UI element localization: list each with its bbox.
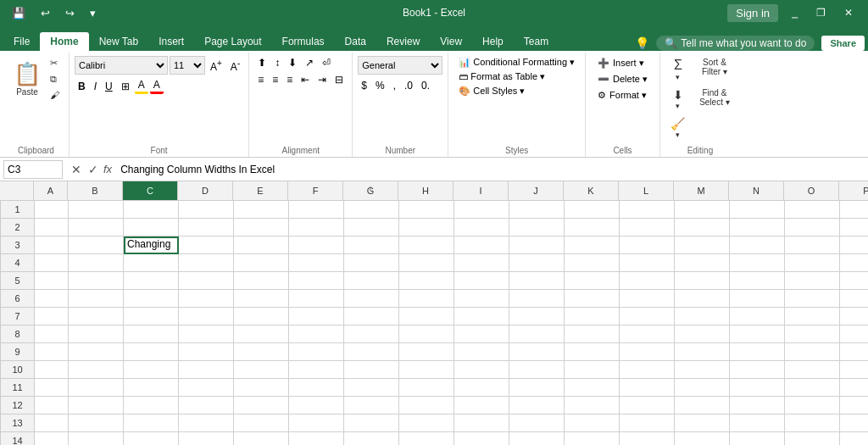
cell-F9[interactable] <box>289 343 344 361</box>
cell-J13[interactable] <box>509 414 565 432</box>
sort-filter-button[interactable]: Sort &Filter ▾ <box>694 56 735 83</box>
cell-E5[interactable] <box>234 272 289 290</box>
cell-D7[interactable] <box>179 308 234 325</box>
col-header-D[interactable]: D <box>178 181 233 200</box>
cell-P6[interactable] <box>840 290 868 308</box>
cell-L2[interactable] <box>620 219 675 236</box>
row-number-8[interactable]: 8 <box>1 325 35 343</box>
cell-F6[interactable] <box>289 290 344 308</box>
cell-N13[interactable] <box>730 414 785 432</box>
cell-J14[interactable] <box>509 432 565 445</box>
save-button[interactable]: 💾 <box>7 5 31 21</box>
cell-L7[interactable] <box>620 308 675 325</box>
cell-N1[interactable] <box>730 201 785 219</box>
cell-L6[interactable] <box>620 290 675 308</box>
cell-H6[interactable] <box>399 290 454 308</box>
cell-J1[interactable] <box>509 201 565 219</box>
confirm-formula-button[interactable]: ✓ <box>86 163 100 176</box>
align-center-button[interactable]: ≡ <box>269 73 281 86</box>
cell-B12[interactable] <box>69 397 124 414</box>
font-color-button[interactable]: A <box>150 78 164 94</box>
cell-E2[interactable] <box>234 219 289 236</box>
maximize-button[interactable]: ❐ <box>808 3 834 22</box>
customize-quick-access[interactable]: ▾ <box>85 5 101 21</box>
cell-C12[interactable] <box>124 397 179 414</box>
cell-reference-box[interactable] <box>3 160 63 179</box>
cell-M13[interactable] <box>675 414 730 432</box>
tab-newtab[interactable]: New Tab <box>89 32 148 51</box>
cell-D3[interactable] <box>179 236 234 254</box>
cell-G4[interactable] <box>344 254 399 272</box>
cell-O14[interactable] <box>785 432 840 445</box>
cell-O4[interactable] <box>785 254 840 272</box>
cell-J12[interactable] <box>509 397 565 414</box>
cell-D5[interactable] <box>179 272 234 290</box>
cell-N5[interactable] <box>730 272 785 290</box>
cell-C4[interactable] <box>124 254 179 272</box>
cell-B14[interactable] <box>69 432 124 445</box>
percent-button[interactable]: % <box>372 79 388 92</box>
cell-N2[interactable] <box>730 219 785 236</box>
cell-K14[interactable] <box>565 432 620 445</box>
cell-O8[interactable] <box>785 325 840 343</box>
cell-K2[interactable] <box>565 219 620 236</box>
cell-N14[interactable] <box>730 432 785 445</box>
cell-H10[interactable] <box>399 361 454 379</box>
cell-H3[interactable] <box>399 236 454 254</box>
cell-D1[interactable] <box>179 201 234 219</box>
cell-D4[interactable] <box>179 254 234 272</box>
cell-M11[interactable] <box>675 379 730 397</box>
cell-L1[interactable] <box>620 201 675 219</box>
cell-B13[interactable] <box>69 414 124 432</box>
row-number-13[interactable]: 13 <box>1 414 35 432</box>
clear-button[interactable]: 🧹 ▾ <box>665 115 691 141</box>
font-name-select[interactable]: Calibri <box>75 56 168 75</box>
col-header-H[interactable]: H <box>398 181 453 200</box>
cell-D2[interactable] <box>179 219 234 236</box>
cell-P7[interactable] <box>840 308 868 325</box>
cell-O6[interactable] <box>785 290 840 308</box>
cell-F4[interactable] <box>289 254 344 272</box>
cell-M2[interactable] <box>675 219 730 236</box>
cell-D8[interactable] <box>179 325 234 343</box>
tab-view[interactable]: View <box>430 32 472 51</box>
cell-A11[interactable] <box>35 379 69 397</box>
tab-home[interactable]: Home <box>40 32 88 51</box>
cell-styles-button[interactable]: 🎨 Cell Styles ▾ <box>453 85 530 97</box>
row-number-14[interactable]: 14 <box>1 432 35 445</box>
cell-K7[interactable] <box>565 308 620 325</box>
cell-C3[interactable]: Changing <box>124 236 179 254</box>
tab-team[interactable]: Team <box>514 32 559 51</box>
cell-N11[interactable] <box>730 379 785 397</box>
cell-P5[interactable] <box>840 272 868 290</box>
cell-M10[interactable] <box>675 361 730 379</box>
cell-E8[interactable] <box>234 325 289 343</box>
cell-I13[interactable] <box>454 414 509 432</box>
cell-L12[interactable] <box>620 397 675 414</box>
text-direction-button[interactable]: ↗ <box>302 56 317 70</box>
cell-A1[interactable] <box>35 201 69 219</box>
cell-F7[interactable] <box>289 308 344 325</box>
cell-K5[interactable] <box>565 272 620 290</box>
cell-A12[interactable] <box>35 397 69 414</box>
cell-B7[interactable] <box>69 308 124 325</box>
conditional-formatting-button[interactable]: 📊 Conditional Formatting ▾ <box>453 56 580 69</box>
cell-H8[interactable] <box>399 325 454 343</box>
cell-B6[interactable] <box>69 290 124 308</box>
col-header-L[interactable]: L <box>619 181 674 200</box>
row-number-5[interactable]: 5 <box>1 272 35 290</box>
cell-O10[interactable] <box>785 361 840 379</box>
cell-K11[interactable] <box>565 379 620 397</box>
align-left-button[interactable]: ≡ <box>254 73 267 86</box>
col-header-I[interactable]: I <box>453 181 509 200</box>
cell-N12[interactable] <box>730 397 785 414</box>
cell-M1[interactable] <box>675 201 730 219</box>
cell-B3[interactable] <box>69 236 124 254</box>
increase-decimal-button[interactable]: .0 <box>401 79 416 92</box>
cell-K4[interactable] <box>565 254 620 272</box>
cell-P10[interactable] <box>840 361 868 379</box>
row-number-11[interactable]: 11 <box>1 379 35 397</box>
cell-P3[interactable] <box>840 236 868 254</box>
cell-G11[interactable] <box>344 379 399 397</box>
cell-E10[interactable] <box>234 361 289 379</box>
